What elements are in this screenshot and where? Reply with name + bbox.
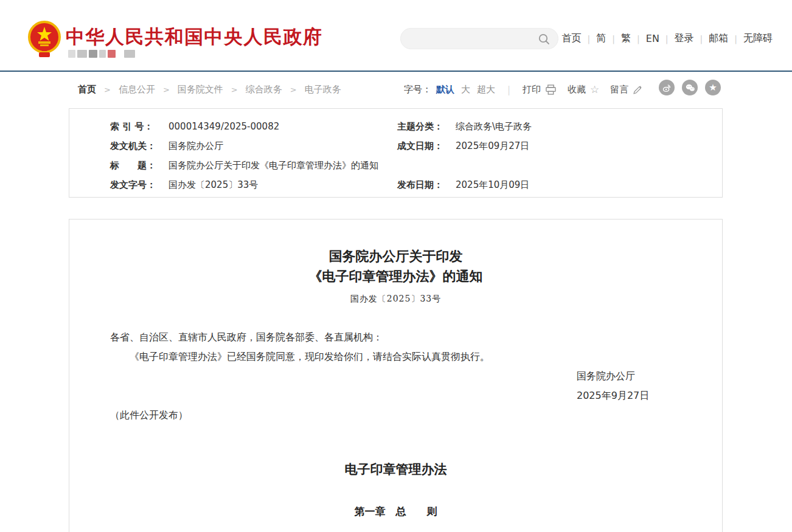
meta-label-category: 主题分类：: [397, 121, 456, 133]
site-header: 中华人民共和国中央人民政府 首页 | 简 | 繁 | EN | 登录 | 邮箱 …: [0, 0, 792, 72]
nav-separator: |: [588, 34, 591, 44]
nav-home[interactable]: 首页: [562, 32, 582, 45]
signature-date: 2025年9月27日: [577, 390, 681, 402]
nav-accessibility[interactable]: 无障碍: [743, 32, 773, 45]
national-emblem-logo: [28, 21, 61, 58]
body-paragraph: 《电子印章管理办法》已经国务院同意，现印发给你们，请结合实际认真贯彻执行。: [110, 351, 681, 363]
document-title-line2: 《电子印章管理办法》的通知: [110, 266, 681, 286]
meta-value-issuer: 国务院办公厅: [168, 140, 397, 152]
breadcrumb-info-disclosure[interactable]: 信息公开: [119, 84, 155, 95]
breadcrumb-separator: >: [163, 85, 170, 94]
meta-label-title: 标 题：: [110, 160, 168, 171]
top-nav: 首页 | 简 | 繁 | EN | 登录 | 邮箱 | 无障碍: [562, 32, 773, 45]
favorite-button[interactable]: 收藏 ☆: [568, 84, 599, 95]
meta-label-publish-date: 发布日期：: [397, 179, 456, 191]
nav-separator: |: [637, 34, 640, 44]
document-content-box: 国务院办公厅关于印发 《电子印章管理办法》的通知 国办发〔2025〕33号 各省…: [69, 219, 723, 532]
site-title: 中华人民共和国中央人民政府: [66, 24, 323, 50]
meta-value-publish-date: 2025年10月09日: [456, 179, 722, 191]
toolbar-row: 首页 > 信息公开 > 国务院文件 > 综合政务 > 电子政务 字号： 默认 大…: [0, 72, 792, 107]
meta-table: 索 引 号： 000014349/2025-00082 主题分类： 综合政务\电…: [110, 117, 722, 195]
tool-divider: |: [507, 85, 510, 95]
meta-value-written-date: 2025年09月27日: [456, 140, 722, 152]
breadcrumb-separator: >: [104, 85, 111, 94]
print-button[interactable]: 打印: [523, 84, 557, 95]
meta-value-category: 综合政务\电子政务: [456, 121, 722, 133]
regulation-title: 电子印章管理办法: [110, 461, 681, 478]
breadcrumb-home[interactable]: 首页: [78, 84, 96, 95]
meta-label-issuer: 发文机关：: [110, 140, 168, 152]
breadcrumb-e-government[interactable]: 电子政务: [305, 84, 341, 95]
nav-english[interactable]: EN: [646, 33, 659, 44]
signature-organization: 国务院办公厅: [577, 370, 681, 382]
chapter-one-heading: 第一章 总 则: [110, 505, 681, 519]
nav-separator: |: [612, 34, 615, 44]
document-meta-box: 索 引 号： 000014349/2025-00082 主题分类： 综合政务\电…: [69, 108, 723, 198]
pencil-icon: [633, 85, 642, 95]
fontsize-large-button[interactable]: 大: [461, 84, 470, 95]
weibo-icon[interactable]: [659, 80, 675, 95]
meta-value-doc-number: 国办发〔2025〕33号: [168, 179, 397, 191]
meta-value-title: 国务院办公厅关于印发《电子印章管理办法》的通知: [168, 160, 722, 171]
share-buttons: ★: [659, 80, 721, 95]
breadcrumb-state-council-docs[interactable]: 国务院文件: [178, 84, 223, 95]
fontsize-default-button[interactable]: 默认: [436, 84, 454, 95]
nav-mail[interactable]: 邮箱: [709, 32, 728, 45]
document-number: 国办发〔2025〕33号: [110, 294, 681, 305]
comment-button[interactable]: 留言: [610, 84, 642, 95]
nav-login[interactable]: 登录: [675, 32, 694, 45]
star-glyph: ★: [709, 83, 717, 92]
breadcrumb-comprehensive-affairs[interactable]: 综合政务: [246, 84, 282, 95]
wechat-icon[interactable]: [682, 80, 698, 95]
nav-separator: |: [700, 34, 703, 44]
fontsize-label: 字号：: [404, 84, 431, 95]
printer-icon: [545, 85, 557, 95]
meta-label-written-date: 成文日期：: [397, 140, 456, 152]
nav-separator: |: [734, 34, 737, 44]
search-icon[interactable]: [538, 33, 551, 46]
meta-value-index: 000014349/2025-00082: [168, 121, 397, 132]
fontsize-xlarge-button[interactable]: 超大: [477, 84, 495, 95]
public-release-note: （此件公开发布）: [110, 409, 681, 422]
qzone-icon[interactable]: ★: [705, 80, 721, 95]
search-box[interactable]: [400, 28, 558, 49]
breadcrumb-separator: >: [231, 85, 238, 94]
breadcrumb-separator: >: [290, 85, 297, 94]
salutation-paragraph: 各省、自治区、直辖市人民政府，国务院各部委、各直属机构：: [110, 331, 681, 344]
breadcrumb: 首页 > 信息公开 > 国务院文件 > 综合政务 > 电子政务: [78, 84, 341, 95]
star-icon: ☆: [590, 85, 599, 95]
nav-traditional[interactable]: 繁: [621, 32, 631, 45]
nav-simplified[interactable]: 简: [596, 32, 606, 45]
search-input[interactable]: [411, 31, 532, 46]
meta-label-doc-number: 发文字号：: [110, 179, 168, 191]
document-title-line1: 国务院办公厅关于印发: [110, 246, 681, 266]
page-tools: 字号： 默认 大 超大 | 打印 收藏 ☆ 留言: [404, 84, 681, 95]
nav-separator: |: [665, 34, 669, 44]
blurred-subtitle: [68, 50, 135, 58]
meta-label-index: 索 引 号：: [110, 121, 168, 133]
